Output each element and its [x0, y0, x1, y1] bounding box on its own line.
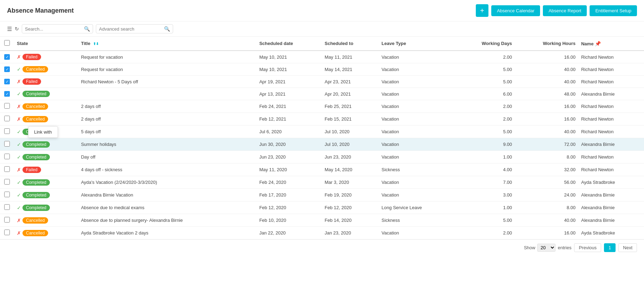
- working-days-cell: 1.00: [455, 201, 515, 214]
- advanced-search-icon: 🔍: [164, 26, 170, 32]
- table-header-row: State Title ⬆⬇ Scheduled date Scheduled …: [0, 37, 644, 51]
- scheduled-to-cell: Feb 12, 2020: [322, 201, 379, 214]
- leave-type-column-header[interactable]: Leave Type: [379, 37, 455, 51]
- previous-button[interactable]: Previous: [574, 243, 601, 252]
- working-days-cell: 5.00: [455, 63, 515, 76]
- checkbox-cell[interactable]: [0, 51, 14, 63]
- row-checkbox[interactable]: [4, 116, 10, 121]
- checkbox-cell[interactable]: [0, 214, 14, 227]
- scheduled-date-cell: Feb 24, 2021: [256, 100, 322, 113]
- working-hours-cell: 24.00: [515, 189, 578, 201]
- checkbox-cell[interactable]: [0, 189, 14, 201]
- row-checkbox[interactable]: [4, 230, 10, 235]
- working-days-cell: 5.00: [455, 126, 515, 138]
- checkbox-cell[interactable]: [0, 201, 14, 214]
- checkbox-cell[interactable]: [0, 76, 14, 88]
- scheduled-to-cell: Jan 23, 2020: [322, 227, 379, 239]
- table-container: Link with State Title ⬆⬇ Scheduled date …: [0, 37, 644, 239]
- per-page-select[interactable]: 10 20 50 100: [537, 244, 556, 252]
- working-days-cell: 9.00: [455, 138, 515, 151]
- table-row: ✗ Failed Request for vacation May 10, 20…: [0, 51, 644, 63]
- checkbox-cell[interactable]: [0, 113, 14, 126]
- page-1-button[interactable]: 1: [604, 243, 616, 252]
- leave-type-cell: Vacation: [379, 100, 455, 113]
- absence-table: State Title ⬆⬇ Scheduled date Scheduled …: [0, 37, 644, 239]
- checkbox-cell[interactable]: [0, 138, 14, 151]
- title-cell: Richard Newton - 5 Days off: [78, 76, 257, 88]
- status-badge: Cancelled: [22, 230, 48, 236]
- scheduled-to-column-header[interactable]: Scheduled to: [322, 37, 379, 51]
- title-cell: 4 days off - sickness: [78, 163, 257, 176]
- row-checkbox[interactable]: [4, 204, 10, 210]
- row-checkbox[interactable]: [4, 154, 10, 159]
- working-days-column-header[interactable]: Working Days: [455, 37, 515, 51]
- row-checkbox[interactable]: [4, 66, 10, 72]
- add-button[interactable]: +: [476, 4, 488, 17]
- working-hours-cell: 56.00: [515, 176, 578, 189]
- checkbox-cell[interactable]: [0, 88, 14, 100]
- scheduled-date-cell: May 11, 2020: [256, 163, 322, 176]
- advanced-search-box: 🔍: [96, 24, 173, 33]
- search-input[interactable]: [25, 26, 84, 32]
- row-checkbox[interactable]: [4, 192, 10, 197]
- leave-type-cell: Sickness: [379, 214, 455, 227]
- select-all-checkbox[interactable]: [4, 40, 10, 46]
- row-checkbox[interactable]: [4, 54, 10, 60]
- checkbox-cell[interactable]: [0, 163, 14, 176]
- cross-icon: ✗: [17, 116, 21, 122]
- search-icon: 🔍: [84, 26, 90, 32]
- show-entries: Show 10 20 50 100 entries: [524, 244, 572, 252]
- row-checkbox[interactable]: [4, 141, 10, 147]
- checkbox-cell[interactable]: [0, 151, 14, 163]
- pin-icon[interactable]: 📌: [595, 41, 601, 46]
- table-row: ✓ Completed Ayda's Vacation (2/24/2020-3…: [0, 176, 644, 189]
- row-checkbox[interactable]: [4, 217, 10, 223]
- state-cell: ✗ Cancelled: [14, 214, 78, 227]
- app-container: Absence Management + Absence Calendar Ab…: [0, 0, 644, 256]
- table-footer: Show 10 20 50 100 entries Previous 1 Nex…: [0, 239, 644, 256]
- next-button[interactable]: Next: [618, 243, 637, 252]
- table-row: ✓ Completed Day off Jun 23, 2020 Jun 23,…: [0, 151, 644, 163]
- name-cell: Richard Newton: [578, 163, 644, 176]
- name-column-header[interactable]: Name 📌: [578, 37, 644, 51]
- table-row: ✗ Cancelled 2 days off Feb 12, 2021 Feb …: [0, 113, 644, 126]
- entitlement-setup-button[interactable]: Entitlement Setup: [590, 5, 637, 16]
- status-badge: Completed: [22, 154, 50, 160]
- scheduled-to-cell: Mar 3, 2020: [322, 176, 379, 189]
- working-hours-cell: 48.00: [515, 88, 578, 100]
- state-cell: ✗ Cancelled: [14, 113, 78, 126]
- absence-report-button[interactable]: Absence Report: [543, 5, 587, 16]
- row-checkbox[interactable]: [4, 91, 10, 97]
- row-checkbox[interactable]: [4, 79, 10, 84]
- checkbox-cell[interactable]: [0, 100, 14, 113]
- checkbox-cell[interactable]: [0, 227, 14, 239]
- status-badge: Failed: [22, 167, 41, 173]
- toolbar: ☰ ↻ 🔍 🔍: [0, 21, 644, 37]
- row-checkbox[interactable]: [4, 103, 10, 109]
- row-checkbox[interactable]: [4, 128, 10, 134]
- advanced-search-input[interactable]: [99, 26, 164, 32]
- row-checkbox[interactable]: [4, 179, 10, 185]
- working-hours-cell: 8.00: [515, 151, 578, 163]
- refresh-icon[interactable]: ↻: [15, 26, 19, 32]
- working-hours-column-header[interactable]: Working Hours: [515, 37, 578, 51]
- leave-type-cell: Vacation: [379, 126, 455, 138]
- checkbox-cell[interactable]: [0, 176, 14, 189]
- scheduled-to-cell: Apr 20, 2021: [322, 88, 379, 100]
- checkbox-cell[interactable]: [0, 63, 14, 76]
- scheduled-date-cell: Jun 23, 2020: [256, 151, 322, 163]
- state-cell: ✓ Completed: [14, 201, 78, 214]
- name-cell: Alexandra Birnie: [578, 138, 644, 151]
- working-days-cell: 2.00: [455, 227, 515, 239]
- state-cell: ✓ Completed: [14, 88, 78, 100]
- state-cell: ✗ Failed: [14, 51, 78, 63]
- title-column-header[interactable]: Title ⬆⬇: [78, 37, 257, 51]
- menu-icon[interactable]: ☰: [7, 26, 12, 32]
- select-all-header[interactable]: [0, 37, 14, 51]
- absence-calendar-button[interactable]: Absence Calendar: [491, 5, 540, 16]
- checkbox-cell[interactable]: [0, 126, 14, 138]
- scheduled-date-column-header[interactable]: Scheduled date: [256, 37, 322, 51]
- row-checkbox[interactable]: [4, 166, 10, 172]
- scheduled-to-cell: Feb 25, 2021: [322, 100, 379, 113]
- scheduled-to-cell: Jun 23, 2020: [322, 151, 379, 163]
